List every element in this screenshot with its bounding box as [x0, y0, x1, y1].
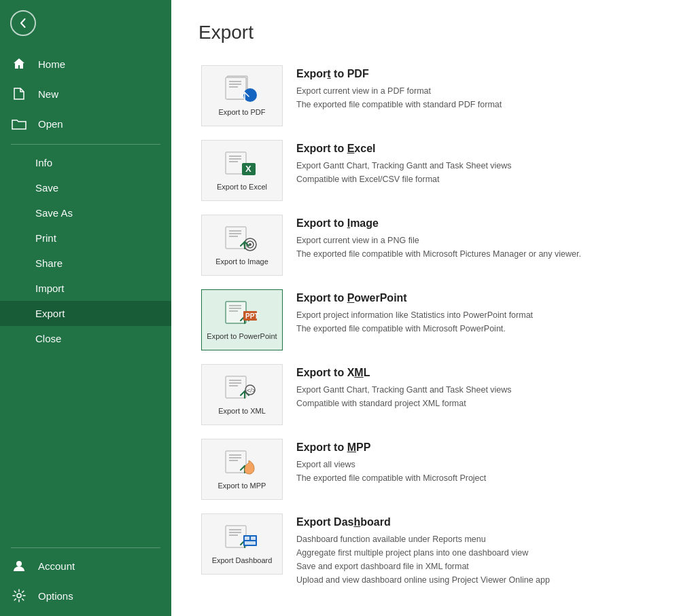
svg-rect-38: [226, 526, 246, 547]
sidebar-item-open[interactable]: Open: [0, 109, 171, 139]
svg-rect-34: [226, 451, 246, 473]
export-info-excel: Export to Excel Export Gantt Chart, Trac…: [296, 140, 666, 186]
sidebar-item-info-label: Info: [35, 157, 52, 168]
export-info-dashboard: Export Dashboard Dashboard function avai…: [296, 513, 666, 587]
sidebar-item-open-label: Open: [38, 118, 63, 130]
export-title-ppt: Export to PowerPoint: [296, 292, 666, 304]
xml-tile-icon: </>: [224, 374, 260, 403]
ppt-tile-icon: PPT: [224, 299, 260, 329]
export-info-mpp: Export to MPP Export all views The expor…: [296, 439, 666, 485]
export-desc-image: Export current view in a PNG file The ex…: [296, 234, 666, 261]
sidebar-item-save-as-label: Save As: [35, 207, 73, 219]
nav-divider-top: [11, 144, 160, 145]
export-item-dashboard[interactable]: Export Dashboard Export Dashboard Dashbo…: [198, 508, 669, 592]
export-tile-mpp[interactable]: Export to MPP: [201, 439, 283, 500]
account-icon: [11, 558, 27, 574]
back-button[interactable]: [5, 5, 41, 41]
export-title-xml: Export to XML: [296, 367, 666, 379]
pdf-tile-icon: [224, 75, 260, 105]
dashboard-tile-icon: [224, 523, 260, 553]
sidebar-item-import[interactable]: Import: [0, 276, 171, 301]
export-desc-pdf: Export current view in a PDF format The …: [296, 84, 666, 111]
main-content: Export Export to PDF: [171, 0, 696, 616]
sidebar-item-share[interactable]: Share: [0, 251, 171, 276]
svg-rect-43: [245, 537, 249, 540]
ppt-tile-label: Export to PowerPoint: [207, 331, 277, 341]
export-desc-excel: Export Gantt Chart, Tracking Gantt and T…: [296, 159, 666, 186]
export-tile-ppt[interactable]: PPT Export to PowerPoint: [201, 289, 283, 350]
sidebar-item-save[interactable]: Save: [0, 175, 171, 200]
text-nav: Info Save Save As Print Share Import Exp…: [0, 147, 171, 354]
sidebar-item-new-label: New: [38, 88, 58, 100]
svg-point-1: [17, 594, 21, 598]
svg-text:</>: </>: [247, 387, 256, 394]
sidebar-item-new[interactable]: New: [0, 79, 171, 109]
sidebar-item-export[interactable]: Export: [0, 301, 171, 326]
export-info-pdf: Export to PDF Export current view in a P…: [296, 65, 666, 111]
sidebar-item-options[interactable]: Options: [0, 581, 171, 611]
svg-rect-44: [251, 537, 256, 540]
back-circle-icon: [10, 10, 36, 36]
sidebar-item-print-label: Print: [35, 232, 56, 244]
excel-tile-icon: X: [224, 149, 260, 179]
sidebar-item-home[interactable]: Home: [0, 49, 171, 79]
sidebar: Home New Open Info: [0, 0, 171, 616]
new-icon: [11, 86, 27, 102]
export-info-xml: Export to XML Export Gantt Chart, Tracki…: [296, 364, 666, 410]
sidebar-item-account-label: Account: [38, 560, 75, 572]
mpp-tile-icon: [224, 448, 260, 478]
dashboard-tile-label: Export Dashboard: [212, 556, 273, 565]
export-item-xml[interactable]: </> Export to XML Export to XML Export G…: [198, 359, 669, 431]
page-title: Export: [198, 22, 669, 43]
export-tile-pdf[interactable]: Export to PDF: [201, 65, 283, 126]
export-title-mpp: Export to MPP: [296, 441, 666, 454]
svg-text:PPT: PPT: [245, 312, 258, 320]
sidebar-item-print[interactable]: Print: [0, 225, 171, 251]
sidebar-bottom: Account Options: [0, 545, 171, 616]
export-item-excel[interactable]: X Export to Excel Export to Excel Export…: [198, 134, 669, 206]
sidebar-item-close[interactable]: Close: [0, 326, 171, 351]
xml-tile-label: Export to XML: [218, 406, 266, 416]
export-tile-dashboard[interactable]: Export Dashboard: [201, 513, 283, 575]
sidebar-item-save-label: Save: [35, 182, 58, 194]
export-list: Export to PDF Export to PDF Export curre…: [198, 60, 669, 592]
svg-rect-28: [226, 376, 246, 398]
sidebar-item-home-label: Home: [38, 58, 65, 70]
home-icon: [11, 56, 27, 72]
sidebar-item-share-label: Share: [35, 257, 63, 269]
export-item-image[interactable]: Export to Image Export to Image Export c…: [198, 209, 669, 281]
export-item-pdf[interactable]: Export to PDF Export to PDF Export curre…: [198, 60, 669, 132]
top-nav: Home New Open: [0, 46, 171, 141]
export-title-excel: Export to Excel: [296, 143, 666, 155]
svg-rect-22: [226, 302, 246, 323]
sidebar-item-close-label: Close: [35, 333, 61, 344]
sidebar-item-save-as[interactable]: Save As: [0, 200, 171, 225]
open-icon: [11, 115, 27, 132]
export-title-dashboard: Export Dashboard: [296, 516, 666, 528]
svg-rect-45: [245, 541, 256, 545]
sidebar-item-import-label: Import: [35, 283, 65, 294]
excel-tile-label: Export to Excel: [217, 182, 267, 192]
export-item-mpp[interactable]: Export to MPP Export to MPP Export all v…: [198, 433, 669, 505]
sidebar-item-info[interactable]: Info: [0, 150, 171, 175]
mpp-tile-label: Export to MPP: [218, 481, 266, 490]
export-tile-excel[interactable]: X Export to Excel: [201, 140, 283, 201]
pdf-tile-label: Export to PDF: [218, 107, 265, 117]
sidebar-item-options-label: Options: [38, 590, 73, 602]
export-item-ppt[interactable]: PPT Export to PowerPoint Export to Power…: [198, 284, 669, 356]
export-title-image: Export to Image: [296, 217, 666, 230]
sidebar-item-account[interactable]: Account: [0, 551, 171, 581]
export-tile-xml[interactable]: </> Export to XML: [201, 364, 283, 425]
svg-point-7: [243, 88, 257, 102]
options-icon: [11, 587, 27, 604]
svg-point-0: [16, 561, 22, 566]
export-desc-mpp: Export all views The exported file compa…: [296, 458, 666, 485]
svg-rect-15: [226, 227, 246, 249]
export-info-ppt: Export to PowerPoint Export project info…: [296, 289, 666, 336]
export-tile-image[interactable]: Export to Image: [201, 215, 283, 276]
sidebar-item-export-label: Export: [35, 308, 65, 319]
nav-divider-bottom: [11, 547, 160, 548]
svg-rect-3: [226, 77, 246, 99]
export-desc-xml: Export Gantt Chart, Tracking Gantt and T…: [296, 383, 666, 410]
image-tile-label: Export to Image: [215, 257, 268, 266]
